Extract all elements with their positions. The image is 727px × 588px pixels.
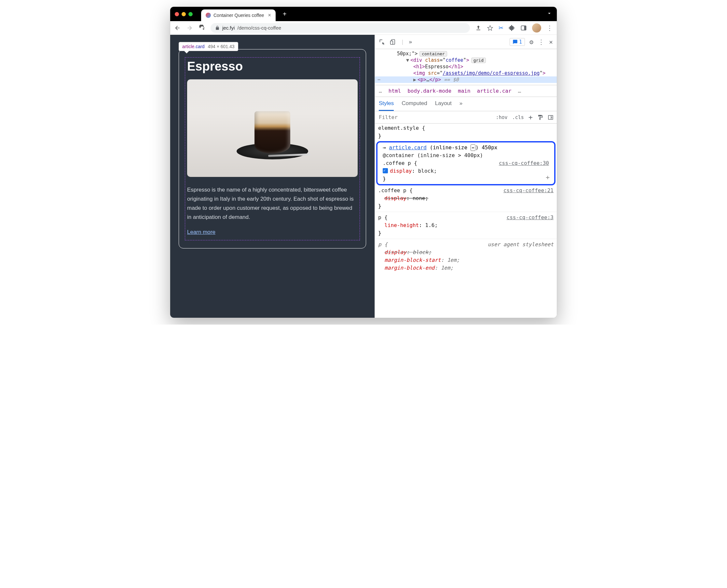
sidepanel-icon[interactable]: [520, 25, 527, 31]
window-maximize-button[interactable]: [188, 12, 193, 16]
inspect-tooltip: article.card 494 × 601.43: [179, 42, 238, 51]
address-bar: jec.fyi/demo/css-cq-coffee ✂ ⋮: [170, 21, 557, 35]
favicon-icon: [206, 13, 211, 18]
traffic-lights: [175, 12, 193, 16]
rule-user-agent[interactable]: user agent stylesheet p { display: block…: [375, 240, 557, 273]
url-domain: jec.fyi: [222, 25, 235, 30]
toolbar-right: ✂ ⋮: [475, 23, 553, 33]
filter-buttons: :hov .cls +: [496, 113, 557, 121]
svg-rect-3: [390, 41, 393, 44]
element-line[interactable]: 50px;">container: [375, 50, 557, 57]
reload-button[interactable]: [199, 25, 205, 31]
new-tab-button[interactable]: +: [283, 10, 287, 18]
tab-computed[interactable]: Computed: [402, 97, 427, 111]
styles-tabs: Styles Computed Layout »: [375, 97, 557, 111]
highlighted-rule: → article.card (inline-size ↔) 450px @co…: [376, 141, 556, 185]
grid-badge[interactable]: grid: [471, 58, 486, 63]
window-minimize-button[interactable]: [182, 12, 186, 16]
extensions-icon[interactable]: [509, 25, 515, 31]
back-button[interactable]: [174, 25, 181, 31]
inspect-element-icon[interactable]: [379, 39, 385, 45]
hov-button[interactable]: :hov: [496, 114, 508, 120]
devtools-settings-icon[interactable]: ⚙: [529, 38, 533, 46]
tab-styles[interactable]: Styles: [379, 97, 394, 111]
element-line[interactable]: <img src="/assets/img/demo/cof-espresso.…: [375, 70, 557, 77]
devtools-toolbar: | » 1 ⚙ ⋮ ×: [375, 35, 557, 49]
page-viewport: article.card 494 × 601.43 Espresso Espre…: [170, 35, 375, 318]
tab-title: Container Queries coffee: [214, 13, 264, 18]
bookmark-icon[interactable]: [487, 25, 493, 31]
styles-filter-input[interactable]: [375, 114, 496, 120]
tab-close-icon[interactable]: ×: [268, 12, 271, 18]
crumb[interactable]: article.car: [477, 88, 511, 94]
element-line[interactable]: ▼<div class="coffee">grid: [375, 57, 557, 63]
window-close-button[interactable]: [175, 12, 179, 16]
inline-size-icon: ↔: [470, 144, 476, 151]
crumb[interactable]: …: [518, 88, 521, 94]
tabs-dropdown-button[interactable]: [546, 10, 552, 18]
card-heading: Espresso: [187, 60, 358, 74]
rule-p[interactable]: css-cq-coffee:3 p { line-height: 1.6;}: [375, 213, 557, 238]
content-area: article.card 494 × 601.43 Espresso Espre…: [170, 35, 557, 318]
toggle-sidebar-icon[interactable]: [548, 114, 553, 120]
glass-illustration: [255, 111, 290, 153]
highlight-overlay: Espresso Espresso is the name of a highl…: [185, 57, 360, 240]
card-paragraph: Espresso is the name of a highly concent…: [187, 185, 358, 222]
tooltip-dimensions: 494 × 601.43: [208, 44, 234, 49]
elements-tree[interactable]: 50px;">container ▼<div class="coffee">gr…: [375, 49, 557, 85]
browser-tab[interactable]: Container Queries coffee ×: [201, 9, 276, 21]
devtools-close-icon[interactable]: ×: [549, 38, 553, 46]
container-badge[interactable]: container: [420, 51, 447, 57]
tooltip-selector: article.card: [182, 44, 204, 49]
source-link[interactable]: css-cq-coffee:3: [507, 214, 554, 222]
crumb[interactable]: html: [388, 88, 401, 94]
browser-menu-icon[interactable]: ⋮: [546, 24, 553, 32]
rule-element-style[interactable]: element.style {}: [375, 124, 557, 141]
rule-container[interactable]: → article.card (inline-size ↔) 450px @co…: [380, 143, 552, 184]
browser-window: Container Queries coffee × + jec.fyi/dem…: [170, 6, 557, 318]
issues-badge[interactable]: 1: [510, 38, 525, 46]
svg-rect-1: [524, 26, 526, 30]
ua-stylesheet-label: user agent stylesheet: [488, 241, 553, 249]
property-checkbox[interactable]: [383, 168, 388, 173]
nav-buttons: [174, 25, 205, 31]
coffee-image: [187, 79, 358, 177]
profile-avatar[interactable]: [532, 23, 541, 33]
panel-tabs-more[interactable]: »: [409, 38, 412, 45]
new-rule-button[interactable]: +: [528, 113, 533, 121]
crumb[interactable]: body.dark-mode: [407, 88, 451, 94]
element-line[interactable]: <h1>Espresso</h1>: [375, 63, 557, 70]
article-card: Espresso Espresso is the name of a highl…: [179, 49, 366, 249]
tab-more[interactable]: »: [460, 97, 462, 111]
lock-icon: [215, 26, 220, 30]
source-link[interactable]: css-cq-coffee:30: [499, 159, 549, 167]
source-link[interactable]: css-cq-coffee:21: [503, 187, 553, 194]
forward-button[interactable]: [186, 25, 193, 31]
url-path: /demo/css-cq-coffee: [237, 25, 281, 30]
scissors-icon[interactable]: ✂: [499, 24, 503, 31]
breadcrumbs[interactable]: … html body.dark-mode main article.car …: [375, 85, 557, 97]
rule-coffee-p-2[interactable]: css-cq-coffee:21 .coffee p { display: no…: [375, 186, 557, 211]
share-icon[interactable]: [475, 25, 482, 31]
tab-layout[interactable]: Layout: [435, 97, 452, 111]
svg-rect-4: [548, 115, 553, 119]
cls-button[interactable]: .cls: [512, 114, 524, 120]
learn-more-link[interactable]: Learn more: [187, 229, 216, 235]
device-toolbar-icon[interactable]: [390, 39, 396, 45]
devtools-panel: | » 1 ⚙ ⋮ × 50px;">container ▼<div class…: [375, 35, 557, 318]
crumb[interactable]: main: [458, 88, 470, 94]
devtools-menu-icon[interactable]: ⋮: [538, 38, 544, 46]
element-line-selected[interactable]: ▶<p>…</p> == $0: [375, 77, 557, 83]
paint-icon[interactable]: [537, 114, 543, 120]
add-property-button[interactable]: +: [546, 172, 550, 182]
styles-filter-row: :hov .cls +: [375, 111, 557, 124]
crumb[interactable]: …: [379, 88, 382, 94]
url-input[interactable]: jec.fyi/demo/css-cq-coffee: [210, 23, 470, 33]
styles-rules[interactable]: element.style {} → article.card (inline-…: [375, 124, 557, 318]
titlebar: Container Queries coffee × +: [170, 7, 557, 21]
